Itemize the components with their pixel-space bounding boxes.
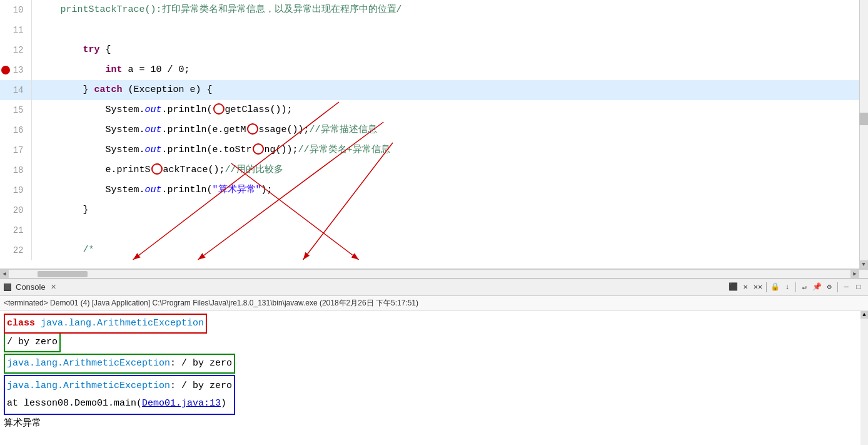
scroll-end-icon[interactable]: ↓ — [782, 282, 793, 293]
maximize-icon[interactable]: □ — [853, 282, 864, 293]
blue-box-text: java.lang.ArithmeticException: / by zero… — [4, 375, 235, 415]
table-row: 10 printStackTrace():打印异常类名和异常信息，以及异常出现在… — [0, 0, 868, 20]
code-line — [31, 20, 868, 40]
chinese-output: 算术异常 — [4, 418, 41, 429]
console-output-line2: / by zero — [4, 334, 864, 352]
console-close-button[interactable]: ✕ — [51, 283, 56, 291]
vertical-scrollbar[interactable]: ▼ — [859, 0, 868, 269]
scrollbar-h-thumb[interactable] — [38, 271, 88, 277]
code-line: try { — [31, 40, 868, 60]
console-output-area: class java.lang.ArithmeticException / by… — [0, 311, 868, 445]
console-scrollbar[interactable]: ▲ ▼ — [860, 311, 868, 445]
scroll-lock-icon[interactable]: 🔒 — [769, 282, 780, 293]
scrollbar-right-arrow[interactable]: ▶ — [850, 270, 859, 279]
line-number: 15 — [0, 100, 31, 120]
console-toolbar: ⬛ ✕ ✕✕ 🔒 ↓ ↵ 📌 ⚙ ─ □ — [727, 282, 864, 293]
code-line: System.out.println("算术异常"); — [31, 180, 868, 200]
table-row: 13 int a = 10 / 0; — [0, 60, 868, 80]
table-row: 11 — [0, 20, 868, 40]
console-output-line1: class java.lang.ArithmeticException — [4, 314, 864, 334]
table-row: 22 /* — [0, 240, 868, 260]
code-line: } — [31, 200, 868, 220]
stop-icon[interactable]: ⬛ — [727, 282, 739, 293]
console-terminated-text: <terminated> Demo01 (4) [Java Applicatio… — [0, 296, 868, 311]
code-line: } catch (Exception e) { — [31, 80, 868, 100]
breakpoint-marker — [1, 66, 10, 74]
line-number: 11 — [0, 20, 31, 40]
minimize-icon[interactable]: ─ — [840, 282, 852, 293]
table-row: 15 System.out.println(getClass()); — [0, 100, 868, 120]
toolbar-separator3 — [837, 282, 838, 292]
demo-link[interactable]: Demo01.java:13 — [142, 398, 221, 409]
line-number: 22 — [0, 240, 31, 260]
table-row: 12 try { — [0, 40, 868, 60]
code-line: printStackTrace():打印异常类名和异常信息，以及异常出现在程序中… — [31, 0, 868, 20]
console-icon — [4, 284, 11, 291]
red-circle-icon — [151, 163, 163, 175]
code-line: System.out.println(e.getMssage());//异常描述… — [31, 120, 868, 140]
console-output-line4: java.lang.ArithmeticException: / by zero… — [4, 375, 864, 415]
line-number: 16 — [0, 120, 31, 140]
console-panel: Console ✕ ⬛ ✕ ✕✕ 🔒 ↓ ↵ 📌 ⚙ ─ □ <terminat… — [0, 278, 868, 445]
scrollbar-down-arrow[interactable]: ▼ — [859, 260, 868, 269]
line-number: 21 — [0, 220, 31, 240]
code-line: System.out.println(e.toStrng());//异常类名+异… — [31, 140, 868, 160]
remove-all-icon[interactable]: ✕✕ — [752, 282, 764, 293]
remove-icon[interactable]: ✕ — [740, 282, 751, 293]
line-number: 17 — [0, 140, 31, 160]
green-box-text: java.lang.ArithmeticException: / by zero — [4, 354, 235, 374]
line-number: 13 — [0, 60, 31, 80]
console-header: Console ✕ ⬛ ✕ ✕✕ 🔒 ↓ ↵ 📌 ⚙ ─ □ — [0, 279, 868, 296]
table-row: 20 } — [0, 200, 868, 220]
line-number: 14 — [0, 80, 31, 100]
code-line: e.printSackTrace();//用的比较多 — [31, 160, 868, 180]
red-circle-icon — [253, 143, 264, 155]
green-box-line2: / by zero — [4, 334, 61, 352]
table-row: 14 } catch (Exception e) { — [0, 80, 868, 100]
horizontal-scrollbar[interactable]: ◀ ▶ — [0, 269, 868, 278]
scrollbar-thumb[interactable] — [859, 113, 868, 125]
console-output-line3: java.lang.ArithmeticException: / by zero — [4, 354, 864, 374]
settings-icon[interactable]: ⚙ — [824, 282, 835, 293]
word-wrap-icon[interactable]: ↵ — [799, 282, 810, 293]
code-line: int a = 10 / 0; — [31, 60, 868, 80]
table-row: 19 System.out.println("算术异常"); — [0, 180, 868, 200]
line-number: 10 — [0, 0, 31, 20]
console-output-line5: 算术异常 — [4, 415, 864, 432]
console-title: Console — [16, 282, 46, 292]
table-row: 21 — [0, 220, 868, 240]
line-number: 20 — [0, 200, 31, 220]
toolbar-separator — [766, 282, 767, 292]
line-number: 18 — [0, 160, 31, 180]
red-circle-icon — [213, 103, 225, 115]
code-table: 10 printStackTrace():打印异常类名和异常信息，以及异常出现在… — [0, 0, 868, 260]
code-line — [31, 220, 868, 240]
scrollbar-left-arrow[interactable]: ◀ — [0, 270, 9, 279]
table-row: 18 e.printSackTrace();//用的比较多 — [0, 160, 868, 180]
line-number: 19 — [0, 180, 31, 200]
console-scrollbar-up[interactable]: ▲ — [860, 311, 868, 319]
code-line: /* — [31, 240, 868, 260]
red-box-text: class java.lang.ArithmeticException — [4, 314, 207, 334]
code-editor: 10 printStackTrace():打印异常类名和异常信息，以及异常出现在… — [0, 0, 868, 269]
code-line: System.out.println(getClass()); — [31, 100, 868, 120]
table-row: 17 System.out.println(e.toStrng());//异常类… — [0, 140, 868, 160]
pin-icon[interactable]: 📌 — [811, 282, 822, 293]
toolbar-separator2 — [795, 282, 796, 292]
red-circle-icon — [247, 123, 258, 135]
console-output: class java.lang.ArithmeticException / by… — [0, 311, 868, 435]
line-number: 12 — [0, 40, 31, 60]
table-row: 16 System.out.println(e.getMssage());//异… — [0, 120, 868, 140]
